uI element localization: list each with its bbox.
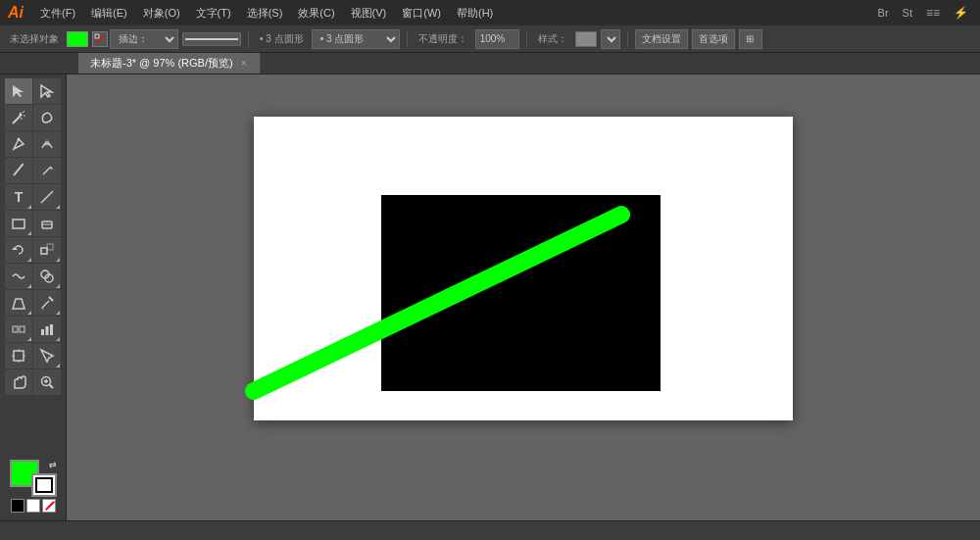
pen-tool[interactable] bbox=[5, 131, 32, 157]
tab-close-btn[interactable]: × bbox=[239, 58, 249, 69]
svg-rect-16 bbox=[13, 220, 24, 228]
top-toolbar: 未选择对象 插边： • 3 点圆形 • 3 点圆形 不透明度： 样式： ▼ 文档… bbox=[0, 25, 980, 53]
rectangle-tool[interactable] bbox=[5, 211, 32, 236]
svg-rect-32 bbox=[50, 324, 53, 335]
tool-row-1 bbox=[5, 78, 61, 104]
prefs-btn[interactable]: 首选项 bbox=[692, 29, 735, 49]
slice-tool[interactable] bbox=[33, 343, 61, 368]
canvas-container bbox=[254, 117, 793, 420]
stroke-type-select[interactable]: 插边： bbox=[110, 29, 178, 49]
main-area: T bbox=[0, 74, 980, 520]
direct-selection-tool[interactable] bbox=[33, 78, 61, 104]
rotate-tool[interactable] bbox=[5, 237, 32, 263]
menu-object[interactable]: 对象(O) bbox=[138, 4, 185, 23]
scale-tool[interactable] bbox=[33, 237, 61, 263]
svg-marker-19 bbox=[12, 247, 18, 250]
no-color-swatch[interactable] bbox=[42, 499, 56, 513]
perspective-tool[interactable] bbox=[5, 290, 32, 316]
stock-icon[interactable]: St bbox=[899, 7, 916, 19]
svg-rect-31 bbox=[46, 326, 49, 335]
arrange-btn[interactable]: ⊞ bbox=[739, 29, 762, 49]
tool-row-10 bbox=[5, 317, 61, 342]
svg-marker-2 bbox=[13, 85, 24, 97]
separator-3 bbox=[526, 30, 527, 48]
svg-line-13 bbox=[43, 167, 51, 174]
separator-1 bbox=[248, 30, 249, 48]
tool-row-9 bbox=[5, 290, 61, 316]
toolbox: T bbox=[0, 74, 67, 520]
style-select[interactable]: ▼ bbox=[601, 29, 620, 49]
menu-file[interactable]: 文件(F) bbox=[35, 4, 80, 23]
tool-row-8 bbox=[5, 264, 61, 289]
svg-rect-28 bbox=[13, 326, 18, 332]
svg-marker-5 bbox=[19, 112, 23, 116]
separator-2 bbox=[407, 30, 408, 48]
line-tool[interactable] bbox=[33, 184, 61, 210]
doc-setup-btn[interactable]: 文档设置 bbox=[635, 29, 688, 49]
fill-color-btn[interactable] bbox=[67, 31, 88, 47]
style-label: 样式： bbox=[534, 32, 571, 46]
stroke-color-swatch[interactable] bbox=[31, 473, 57, 497]
svg-line-0 bbox=[96, 35, 104, 43]
brush-tool[interactable] bbox=[5, 158, 32, 183]
svg-line-6 bbox=[23, 111, 24, 113]
workspace-icon[interactable]: ≡≡ bbox=[922, 6, 944, 20]
menu-edit[interactable]: 编辑(E) bbox=[86, 4, 132, 23]
svg-rect-20 bbox=[41, 248, 47, 254]
opacity-label: 不透明度： bbox=[415, 32, 471, 46]
svg-rect-30 bbox=[41, 329, 44, 335]
pencil-tool[interactable] bbox=[33, 158, 61, 183]
menu-window[interactable]: 窗口(W) bbox=[397, 4, 446, 23]
blend-tool[interactable] bbox=[5, 317, 32, 342]
svg-line-26 bbox=[42, 301, 49, 308]
eyedropper-tool[interactable] bbox=[33, 290, 61, 316]
menu-view[interactable]: 视图(V) bbox=[346, 4, 392, 23]
svg-rect-33 bbox=[14, 351, 24, 361]
stroke-icon[interactable] bbox=[92, 31, 108, 47]
opacity-input[interactable] bbox=[475, 29, 519, 49]
stroke-tool-area: 插边： bbox=[92, 29, 178, 49]
ai-logo: Ai bbox=[8, 4, 24, 22]
share-icon[interactable]: ⚡ bbox=[950, 6, 972, 20]
default-white-swatch[interactable] bbox=[26, 499, 40, 513]
menu-effect[interactable]: 效果(C) bbox=[293, 4, 339, 23]
main-color-swatches: ⇄ bbox=[10, 460, 57, 497]
svg-line-25 bbox=[49, 297, 53, 301]
artboard-tool[interactable] bbox=[5, 343, 32, 368]
warp-tool[interactable] bbox=[5, 264, 32, 289]
svg-marker-3 bbox=[41, 85, 52, 97]
swap-colors-btn[interactable]: ⇄ bbox=[49, 460, 57, 469]
shape-builder-tool[interactable] bbox=[33, 264, 61, 289]
default-black-swatch[interactable] bbox=[11, 499, 24, 513]
curvature-tool[interactable] bbox=[33, 131, 61, 157]
lasso-tool[interactable] bbox=[33, 105, 61, 130]
tool-row-2 bbox=[5, 105, 61, 130]
separator-4 bbox=[627, 30, 628, 48]
document-tab[interactable]: 未标题-3* @ 97% (RGB/预览) × bbox=[78, 53, 261, 74]
status-bar bbox=[0, 520, 980, 540]
selection-tool[interactable] bbox=[5, 78, 32, 104]
svg-line-39 bbox=[50, 385, 54, 389]
type-icon: T bbox=[15, 189, 24, 205]
black-rectangle bbox=[381, 195, 661, 391]
bridge-icon[interactable]: Br bbox=[874, 7, 893, 19]
zoom-tool[interactable] bbox=[33, 369, 61, 395]
default-colors-area bbox=[11, 499, 56, 513]
hand-tool[interactable] bbox=[5, 369, 32, 395]
magic-wand-tool[interactable] bbox=[5, 105, 32, 130]
tool-row-11 bbox=[5, 343, 61, 368]
title-bar: Ai 文件(F) 编辑(E) 对象(O) 文字(T) 选择(S) 效果(C) 视… bbox=[0, 0, 980, 25]
type-tool[interactable]: T bbox=[5, 184, 32, 210]
canvas-area[interactable] bbox=[67, 74, 980, 520]
svg-marker-24 bbox=[13, 299, 24, 309]
tool-row-7 bbox=[5, 237, 61, 263]
svg-line-11 bbox=[14, 166, 22, 175]
tab-bar: 未标题-3* @ 97% (RGB/预览) × bbox=[0, 53, 980, 74]
brush-select[interactable]: • 3 点圆形 bbox=[312, 29, 400, 49]
menu-select[interactable]: 选择(S) bbox=[242, 4, 288, 23]
menu-help[interactable]: 帮助(H) bbox=[452, 4, 498, 23]
eraser-tool[interactable] bbox=[33, 211, 61, 236]
menu-type[interactable]: 文字(T) bbox=[191, 4, 236, 23]
bar-chart-tool[interactable] bbox=[33, 317, 61, 342]
style-preview bbox=[575, 31, 597, 47]
